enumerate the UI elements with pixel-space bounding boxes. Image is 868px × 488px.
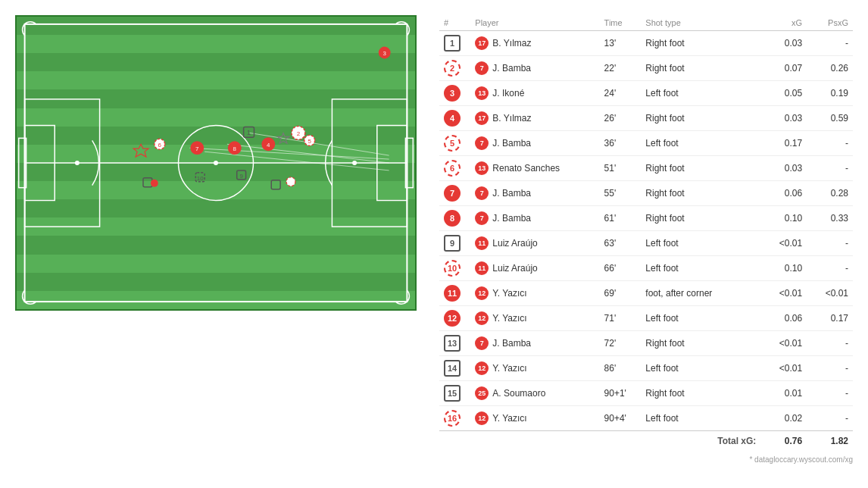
player-cell: 7 J. Bamba <box>470 331 599 356</box>
table-row: 16 12 Y. Yazıcı 90+4' Left foot 0.02 - <box>439 406 853 431</box>
shot-xg: 0.03 <box>760 106 807 131</box>
shot-number: 12 <box>439 306 470 331</box>
football-pitch: 1 2 4 3 5 6 7 <box>15 15 417 311</box>
shot-number: 16 <box>439 406 470 431</box>
shot-type: Right foot <box>641 56 760 81</box>
player-cell: 11 Luiz Araújo <box>470 256 599 281</box>
shot-psxg: - <box>807 331 853 356</box>
player-name: Y. Yazıcı <box>492 363 526 374</box>
shot-type: Right foot <box>641 206 760 231</box>
col-header-xg: xG <box>760 15 807 31</box>
svg-line-14 <box>205 152 389 170</box>
shot-psxg: - <box>807 256 853 281</box>
shot-xg: <0.01 <box>760 356 807 381</box>
shot-psxg: 0.26 <box>807 56 853 81</box>
player-cell: 17 B. Yılmaz <box>470 106 599 131</box>
total-psxg: 1.82 <box>807 431 853 452</box>
shot-time: 90+4' <box>600 406 642 431</box>
player-cell: 25 A. Soumaoro <box>470 381 599 406</box>
table-row: 12 12 Y. Yazıcı 71' Left foot 0.06 0.17 <box>439 306 853 331</box>
jersey-number: 7 <box>475 211 489 225</box>
shot-type: Left foot <box>641 356 760 381</box>
shot-xg: <0.01 <box>760 281 807 306</box>
shot-number: 14 <box>439 356 470 381</box>
svg-text:10: 10 <box>197 175 204 182</box>
jersey-number: 13 <box>475 161 489 175</box>
jersey-number: 7 <box>475 61 489 75</box>
shot-time: 36' <box>600 131 642 156</box>
player-name: B. Yılmaz <box>492 113 531 124</box>
player-cell: 12 Y. Yazıcı <box>470 306 599 331</box>
col-header-player: Player <box>470 15 599 31</box>
table-row: 2 7 J. Bamba 22' Right foot 0.07 0.26 <box>439 56 853 81</box>
table-row: 10 11 Luiz Araújo 66' Left foot 0.10 - <box>439 256 853 281</box>
svg-text:9: 9 <box>239 173 243 180</box>
svg-text:5: 5 <box>308 138 312 145</box>
table-row: 5 7 J. Bamba 36' Left foot 0.17 - <box>439 131 853 156</box>
shot-xg: 0.01 <box>760 381 807 406</box>
table-row: 1 17 B. Yılmaz 13' Right foot 0.03 - <box>439 31 853 56</box>
total-label: Total xG: <box>439 431 760 452</box>
shot-psxg: <0.01 <box>807 281 853 306</box>
player-cell: 12 Y. Yazıcı <box>470 406 599 431</box>
shot-number: 9 <box>439 231 470 256</box>
shot-number: 2 <box>439 56 470 81</box>
player-name: Renato Sanches <box>492 163 560 174</box>
jersey-number: 7 <box>475 136 489 150</box>
shot-xg: 0.10 <box>760 206 807 231</box>
player-cell: 13 Renato Sanches <box>470 156 599 181</box>
svg-text:7: 7 <box>195 145 198 152</box>
shot-xg: 0.02 <box>760 406 807 431</box>
jersey-number: 7 <box>475 186 489 200</box>
shot-time: 90+1' <box>600 381 642 406</box>
shot-time: 26' <box>600 106 642 131</box>
pitch-container: 1 2 4 3 5 6 7 <box>15 15 417 464</box>
shot-type: Right foot <box>641 331 760 356</box>
jersey-number: 12 <box>475 361 489 375</box>
shot-time: 61' <box>600 206 642 231</box>
player-cell: 13 J. Ikoné <box>470 81 599 106</box>
shot-xg: 0.06 <box>760 306 807 331</box>
table-row: 13 7 J. Bamba 72' Right foot <0.01 - <box>439 331 853 356</box>
player-name: J. Ikoné <box>492 88 524 99</box>
shot-psxg: - <box>807 31 853 56</box>
player-cell: 7 J. Bamba <box>470 56 599 81</box>
shot-psxg: 0.19 <box>807 81 853 106</box>
svg-rect-38 <box>271 180 280 189</box>
shot-type: Left foot <box>641 256 760 281</box>
shot-xg: <0.01 <box>760 231 807 256</box>
shot-xg: 0.07 <box>760 56 807 81</box>
shot-time: 71' <box>600 306 642 331</box>
jersey-number: 13 <box>475 86 489 100</box>
shot-type: Left foot <box>641 406 760 431</box>
shot-number: 8 <box>439 206 470 231</box>
shot-number: 4 <box>439 106 470 131</box>
main-container: 1 2 4 3 5 6 7 <box>15 15 853 464</box>
svg-text:6: 6 <box>158 142 162 149</box>
shot-number: 15 <box>439 381 470 406</box>
shots-table-container: # Player Time Shot type xG PsxG 1 17 B. … <box>439 15 853 464</box>
shot-type: Right foot <box>641 181 760 206</box>
shot-xg: 0.05 <box>760 81 807 106</box>
jersey-number: 11 <box>475 261 489 275</box>
svg-point-11 <box>352 161 357 165</box>
shot-xg: 0.06 <box>760 181 807 206</box>
player-name: A. Soumaoro <box>492 388 545 399</box>
player-cell: 17 B. Yılmaz <box>470 31 599 56</box>
shot-time: 72' <box>600 331 642 356</box>
shot-psxg: 0.33 <box>807 206 853 231</box>
shot-type: Right foot <box>641 156 760 181</box>
shot-psxg: - <box>807 131 853 156</box>
shot-number: 13 <box>439 331 470 356</box>
shot-psxg: - <box>807 231 853 256</box>
shot-number: 11 <box>439 281 470 306</box>
svg-text:1: 1 <box>247 129 251 136</box>
shot-time: 55' <box>600 181 642 206</box>
svg-point-3 <box>214 161 218 165</box>
svg-text:4: 4 <box>267 142 270 149</box>
shot-psxg: - <box>807 381 853 406</box>
shot-number: 5 <box>439 131 470 156</box>
jersey-number: 12 <box>475 311 489 325</box>
col-header-num: # <box>439 15 470 31</box>
shot-psxg: - <box>807 356 853 381</box>
